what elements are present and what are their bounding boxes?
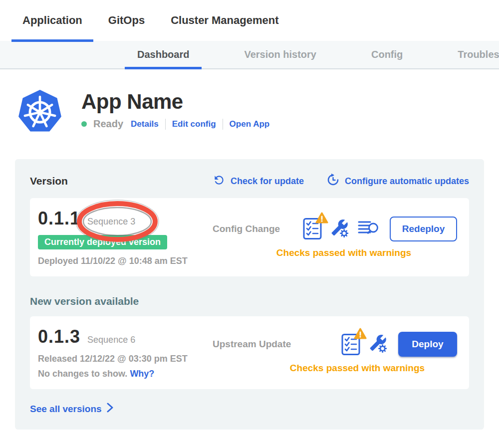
version-panel: Version Check for update — [15, 159, 484, 430]
top-nav-item-cluster-management[interactable]: Cluster Management — [160, 0, 289, 41]
tab-troubleshoot[interactable]: Troubleshoot — [445, 41, 499, 68]
current-version-line: 0.1.1 Sequence 3 — [38, 208, 203, 229]
view-files-diff-icon[interactable] — [358, 220, 379, 238]
redeploy-button[interactable]: Redeploy — [390, 217, 457, 241]
current-version-info: 0.1.1 Sequence 3 Currently deployed vers… — [38, 208, 203, 266]
configure-automatic-updates-label: Configure automatic updates — [345, 176, 469, 187]
tab-version-history[interactable]: Version history — [232, 41, 329, 68]
preflight-checks-icon[interactable] — [341, 333, 360, 356]
see-all-versions-link[interactable]: See all versions — [30, 402, 114, 416]
config-tools-icon[interactable] — [369, 334, 387, 355]
available-version-info: 0.1.3 Sequence 6 Released 12/12/22 @ 03:… — [38, 326, 203, 379]
refresh-icon — [213, 174, 226, 189]
auto-update-icon — [326, 173, 340, 189]
preflight-checks-icon[interactable] — [303, 218, 322, 240]
top-nav-item-application[interactable]: Application — [11, 0, 93, 41]
page: Application GitOps Cluster Management Da… — [0, 0, 499, 448]
available-version-checks-status: Checks passed with warnings — [203, 363, 457, 374]
available-version-actions: Upstream Update — [203, 332, 457, 374]
available-version-sequence: Sequence 6 — [87, 335, 135, 345]
status-row: Ready Details Edit config Open App — [81, 118, 269, 130]
version-panel-title: Version — [30, 175, 68, 187]
no-changes-line: No changes to show. Why? — [38, 369, 203, 379]
see-all-versions-label: See all versions — [30, 404, 102, 415]
available-version-number: 0.1.3 — [38, 326, 80, 347]
top-nav-item-gitops[interactable]: GitOps — [97, 0, 156, 41]
divider — [223, 119, 223, 130]
chevron-right-icon — [107, 402, 114, 416]
current-version-sequence: Sequence 3 — [87, 217, 135, 227]
tab-config[interactable]: Config — [359, 41, 415, 68]
current-version-number: 0.1.1 — [38, 208, 80, 229]
page-title: App Name — [81, 90, 269, 113]
deploy-button[interactable]: Deploy — [398, 332, 457, 357]
why-link[interactable]: Why? — [130, 369, 154, 379]
version-panel-header: Version Check for update — [30, 173, 469, 189]
details-link[interactable]: Details — [131, 119, 159, 129]
current-version-actions: Config Change — [203, 217, 457, 258]
current-version-card: 0.1.1 Sequence 3 Currently deployed vers… — [30, 198, 469, 276]
new-version-available-heading: New version available — [30, 295, 469, 307]
current-sequence-label: Sequence 3 — [87, 217, 135, 226]
top-nav: Application GitOps Cluster Management — [0, 0, 499, 41]
sub-nav: Dashboard Version history Config Trouble… — [0, 41, 499, 69]
configure-automatic-updates-link[interactable]: Configure automatic updates — [326, 173, 469, 189]
warning-triangle-icon — [354, 328, 367, 341]
current-version-checks-status: Checks passed with warnings — [203, 247, 457, 258]
available-version-icons — [341, 333, 387, 356]
app-header-text: App Name Ready Details Edit config Open … — [81, 89, 269, 134]
no-changes-text: No changes to show. — [38, 369, 127, 379]
config-tools-icon[interactable] — [331, 219, 349, 239]
available-version-line: 0.1.3 Sequence 6 — [38, 326, 203, 347]
current-version-type: Config Change — [213, 224, 280, 234]
divider — [165, 119, 166, 130]
ready-status-dot-icon — [81, 121, 87, 127]
kubernetes-logo-icon — [17, 89, 62, 134]
app-header: App Name Ready Details Edit config Open … — [17, 89, 499, 134]
check-for-update-link[interactable]: Check for update — [213, 173, 304, 189]
currently-deployed-badge: Currently deployed version — [38, 235, 167, 249]
available-version-type: Upstream Update — [213, 339, 291, 350]
check-for-update-label: Check for update — [231, 176, 304, 187]
status-badge: Ready — [93, 118, 123, 130]
open-app-link[interactable]: Open App — [230, 119, 270, 129]
version-panel-actions: Check for update Configure automatic upd… — [213, 173, 469, 189]
available-version-card: 0.1.3 Sequence 6 Released 12/12/22 @ 03:… — [30, 316, 469, 389]
deployed-timestamp: Deployed 11/10/22 @ 10:48 am EST — [38, 256, 203, 266]
released-timestamp: Released 12/12/22 @ 03:30 pm EST — [38, 354, 203, 364]
warning-triangle-icon — [315, 212, 328, 225]
tab-dashboard[interactable]: Dashboard — [125, 41, 202, 68]
current-version-icons — [303, 218, 379, 240]
edit-config-link[interactable]: Edit config — [172, 119, 216, 129]
